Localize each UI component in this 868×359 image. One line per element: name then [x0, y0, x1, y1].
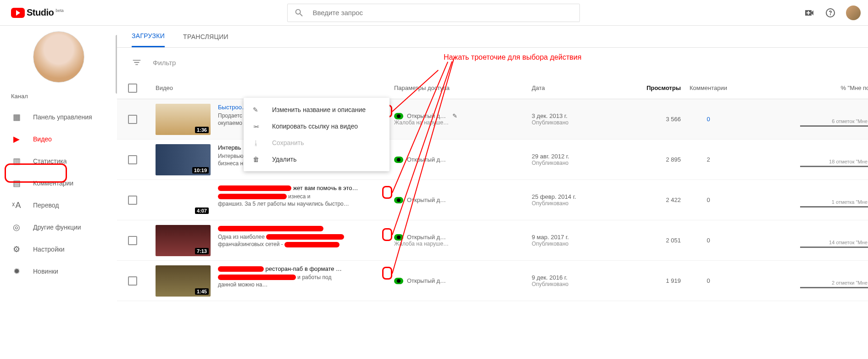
sidebar: Канал ▦Панель управления ▶Видео ▥Статист…	[0, 26, 117, 359]
youtube-icon	[11, 8, 25, 18]
channel-avatar[interactable]	[33, 31, 84, 83]
brand-beta: beta	[56, 8, 64, 13]
visibility-sub: Жалоба на наруше…	[394, 119, 532, 126]
table-row[interactable]: 10:19 Интервь Интервьюбизнеса н Открытый…	[117, 140, 868, 180]
menu-delete[interactable]: 🗑Удалить	[244, 151, 389, 168]
table-header: Видео Параметры доступа Дата Просмотры К…	[117, 77, 868, 99]
download-icon: ⭳	[253, 139, 263, 146]
video-title[interactable]: жет вам помочь в это…	[218, 185, 394, 191]
col-views[interactable]: Просмотры	[607, 84, 681, 91]
menu-copy-link[interactable]: ⫘Копировать ссылку на видео	[244, 118, 389, 135]
other-icon: ◎	[11, 222, 22, 232]
sidebar-item-dashboard[interactable]: ▦Панель управления	[0, 106, 117, 128]
sidebar-section-label: Канал	[0, 93, 117, 106]
row-checkbox[interactable]	[128, 236, 137, 245]
analytics-icon: ▥	[11, 156, 22, 166]
select-all-checkbox[interactable]	[128, 84, 137, 93]
row-checkbox[interactable]	[128, 276, 137, 286]
logo[interactable]: Studio beta	[11, 7, 64, 18]
search-input[interactable]	[312, 9, 573, 17]
visibility-icon	[394, 278, 403, 284]
menu-edit-title[interactable]: ✎Изменить название и описание	[244, 101, 389, 118]
visibility-text: Открытый д…	[407, 112, 446, 119]
row-checkbox[interactable]	[128, 155, 137, 164]
like-percent: 85,7 %	[800, 112, 868, 118]
upload-video-icon[interactable]	[804, 7, 815, 18]
sidebar-item-other[interactable]: ◎Другие функции	[0, 216, 117, 238]
comments-icon: ▤	[11, 178, 22, 188]
video-thumbnail[interactable]: 1:45	[156, 265, 211, 297]
video-title[interactable]	[218, 225, 394, 232]
share-icon: ⫘	[253, 123, 263, 130]
brand-text: Studio	[27, 7, 54, 18]
news-icon: ✹	[11, 266, 22, 276]
table-row[interactable]: 1:45 ресторан-паб в формате … и работы п…	[117, 261, 868, 301]
sidebar-item-comments[interactable]: ▤Комментарии	[0, 172, 117, 194]
col-comments: Комментарии	[681, 84, 736, 91]
user-avatar[interactable]	[846, 6, 861, 20]
trash-icon: 🗑	[253, 156, 263, 163]
translate-icon: ᵡA	[11, 200, 22, 210]
gear-icon: ⚙	[11, 244, 22, 254]
tabs: ЗАГРУЗКИ ТРАНСЛЯЦИИ	[117, 26, 868, 48]
pencil-icon: ✎	[253, 106, 263, 113]
filter-icon[interactable]	[132, 57, 142, 67]
edit-icon[interactable]: ✎	[452, 112, 457, 119]
sidebar-item-videos[interactable]: ▶Видео	[0, 128, 117, 150]
row-checkbox[interactable]	[128, 115, 137, 124]
dashboard-icon: ▦	[11, 112, 22, 122]
visibility-icon	[394, 157, 403, 163]
table-row[interactable]: 1:36 Быстроо… Продаетсокупаемо Открытый …	[117, 99, 868, 140]
annotation-target-box	[382, 186, 392, 199]
col-video: Видео	[156, 84, 394, 91]
sidebar-item-settings[interactable]: ⚙Настройки	[0, 238, 117, 260]
video-thumbnail[interactable]: 10:19	[156, 144, 211, 175]
table-row[interactable]: 7:13 Одна из наиболее франчайзинговых се…	[117, 220, 868, 261]
video-thumbnail[interactable]: 4:07	[156, 185, 211, 216]
video-date: 3 дек. 2013 г.	[532, 112, 607, 119]
app-header: Studio beta	[0, 0, 868, 26]
menu-save: ⭳Сохранить	[244, 135, 389, 151]
main-content: ЗАГРУЗКИ ТРАНСЛЯЦИИ Фильтр Видео Парамет…	[117, 26, 868, 359]
tab-live[interactable]: ТРАНСЛЯЦИИ	[183, 26, 228, 47]
search-bar[interactable]	[287, 4, 580, 22]
video-thumbnail[interactable]: 1:36	[156, 104, 211, 135]
tab-uploads[interactable]: ЗАГРУЗКИ	[132, 26, 165, 47]
video-icon: ▶	[11, 134, 22, 144]
visibility-icon	[394, 197, 403, 203]
video-title[interactable]: ресторан-паб в формате …	[218, 265, 394, 272]
sidebar-item-analytics[interactable]: ▥Статистика	[0, 150, 117, 172]
col-date: Дата	[532, 84, 607, 91]
visibility-icon	[394, 113, 403, 119]
help-icon[interactable]	[825, 7, 836, 18]
table-row[interactable]: 4:07 жет вам помочь в это… изнеса ифранш…	[117, 180, 868, 220]
video-thumbnail[interactable]: 7:13	[156, 225, 211, 256]
context-menu: ✎Изменить название и описание ⫘Копироват…	[244, 98, 389, 171]
sidebar-item-news[interactable]: ✹Новинки	[0, 260, 117, 282]
search-icon	[294, 8, 304, 18]
filter-label: Фильтр	[153, 59, 176, 67]
col-likes: % "Мне понравилось"	[800, 84, 868, 91]
video-comments[interactable]: 0	[681, 116, 736, 123]
sidebar-item-translations[interactable]: ᵡAПеревод	[0, 194, 117, 216]
annotation-target-box	[382, 228, 392, 241]
annotation-target-box	[382, 267, 392, 280]
video-views: 3 566	[607, 116, 681, 123]
row-checkbox[interactable]	[128, 196, 137, 205]
annotation-text: Нажать троеточие для выбора действия	[444, 53, 581, 62]
